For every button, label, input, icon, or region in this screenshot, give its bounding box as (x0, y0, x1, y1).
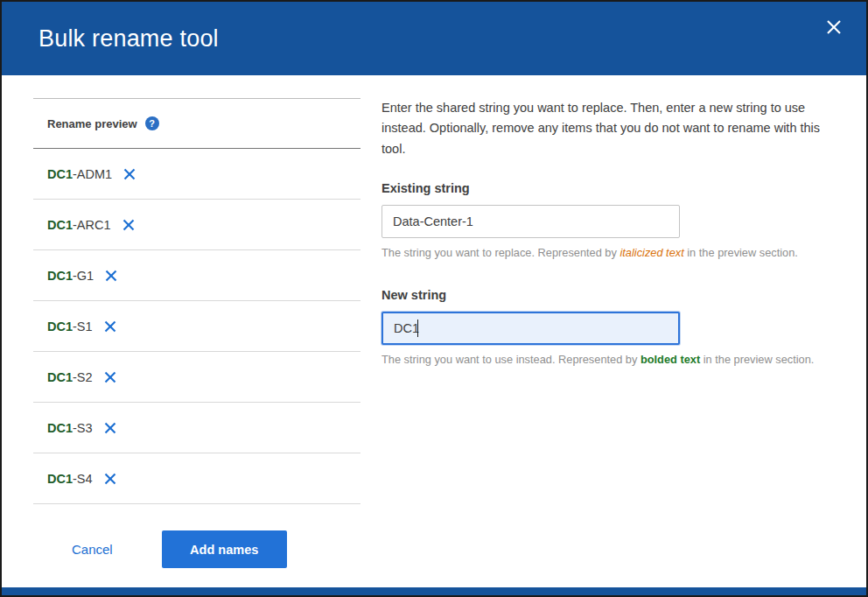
rename-preview-row: DC1-ARC1 (33, 200, 360, 250)
item-rest-part: -S1 (73, 320, 93, 334)
close-button[interactable] (822, 16, 845, 39)
remove-item-button[interactable] (103, 268, 119, 284)
rename-preview-row: DC1-ADM1 (33, 149, 360, 200)
rename-preview-row: DC1-S4 (33, 453, 360, 504)
text-caret (417, 320, 418, 337)
new-help-prefix: The string you want to use instead. Repr… (382, 353, 640, 366)
new-string-help: The string you want to use instead. Repr… (382, 353, 835, 366)
remove-x-icon (123, 168, 136, 180)
item-rest-part: -ADM1 (73, 167, 112, 181)
remove-x-icon (104, 371, 116, 383)
item-rest-part: -S2 (73, 370, 93, 384)
close-icon (826, 19, 842, 35)
item-new-string-part: DC1 (47, 472, 73, 486)
form-column: Enter the shared string you want to repl… (382, 98, 835, 587)
item-rest-part: -G1 (73, 269, 94, 283)
new-string-input-wrap (382, 312, 680, 345)
bulk-rename-dialog: Bulk rename tool Rename preview ? DC1-AD… (0, 0, 868, 597)
item-name: DC1-S3 (47, 421, 93, 435)
remove-x-icon (104, 473, 116, 485)
remove-item-button[interactable] (102, 471, 118, 487)
item-new-string-part: DC1 (47, 167, 73, 181)
remove-x-icon (104, 320, 116, 333)
cancel-button[interactable]: Cancel (72, 542, 113, 557)
item-rest-part: -ARC1 (73, 218, 111, 232)
remove-item-button[interactable] (102, 420, 118, 436)
rename-preview-row: DC1-S1 (33, 301, 360, 352)
new-string-label: New string (382, 288, 835, 302)
existing-string-help: The string you want to replace. Represen… (382, 246, 835, 259)
rename-preview-title: Rename preview (47, 117, 137, 130)
dialog-title: Bulk rename tool (38, 25, 219, 53)
remove-item-button[interactable] (121, 217, 136, 233)
remove-x-icon (122, 219, 135, 231)
remove-item-button[interactable] (102, 369, 118, 385)
item-new-string-part: DC1 (47, 320, 73, 334)
item-name: DC1-S1 (47, 320, 93, 334)
item-new-string-part: DC1 (47, 269, 73, 283)
help-icon[interactable]: ? (145, 116, 159, 130)
remove-x-icon (105, 270, 117, 282)
existing-string-input[interactable] (382, 205, 680, 238)
existing-help-suffix: in the preview section. (684, 246, 798, 259)
item-name: DC1-S2 (47, 370, 93, 384)
item-rest-part: -S4 (73, 472, 93, 486)
italicized-text-sample: italicized text (620, 246, 683, 259)
left-column: Rename preview ? DC1-ADM1 DC1-ARC1 DC1-G… (33, 98, 360, 587)
item-name: DC1-ARC1 (47, 218, 111, 232)
remove-item-button[interactable] (102, 319, 118, 334)
item-name: DC1-S4 (47, 472, 93, 486)
remove-item-button[interactable] (122, 166, 137, 182)
footer-strip (2, 587, 866, 595)
item-new-string-part: DC1 (47, 218, 73, 232)
item-name: DC1-ADM1 (47, 167, 112, 181)
rename-preview-row: DC1-S2 (33, 352, 360, 403)
rename-preview-row: DC1-S3 (33, 403, 360, 453)
item-new-string-part: DC1 (47, 421, 73, 435)
rename-preview-panel: Rename preview ? DC1-ADM1 DC1-ARC1 DC1-G… (33, 98, 360, 504)
add-names-button[interactable]: Add names (162, 530, 287, 568)
new-help-suffix: in the preview section. (700, 353, 814, 366)
rename-preview-header: Rename preview ? (33, 99, 360, 149)
rename-preview-list: DC1-ADM1 DC1-ARC1 DC1-G1 DC1-S1 (33, 149, 360, 504)
existing-string-label: Existing string (382, 181, 835, 195)
rename-preview-row: DC1-G1 (33, 250, 360, 301)
bolded-text-sample: bolded text (640, 353, 700, 366)
dialog-body: Rename preview ? DC1-ADM1 DC1-ARC1 DC1-G… (2, 75, 866, 587)
item-name: DC1-G1 (47, 269, 94, 283)
intro-text: Enter the shared string you want to repl… (382, 98, 824, 159)
new-string-input[interactable] (382, 312, 680, 345)
dialog-actions: Cancel Add names (33, 530, 360, 568)
item-new-string-part: DC1 (47, 370, 73, 384)
existing-help-prefix: The string you want to replace. Represen… (382, 246, 620, 259)
item-rest-part: -S3 (73, 421, 93, 435)
dialog-header: Bulk rename tool (2, 2, 866, 75)
remove-x-icon (104, 422, 116, 434)
